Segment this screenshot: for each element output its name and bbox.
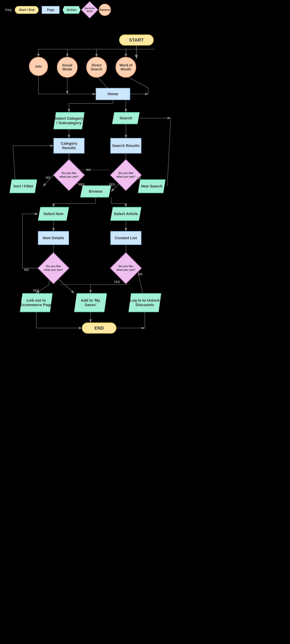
node-like-curated: Do you like what you see? (110, 252, 142, 284)
edge-label-yes-search: YES (108, 183, 115, 186)
key-item-decision: Decision Point (84, 4, 96, 16)
node-link-ecommerce: Link out to Ecommerce Page (20, 293, 52, 312)
key-item-startend: Start / End (15, 6, 38, 14)
key-shape-action: Action (62, 6, 80, 14)
node-search-results: Search Results (110, 138, 142, 154)
edge-label-yes-item: YES (33, 289, 39, 292)
key-shape-decision: Decision Point (81, 2, 98, 18)
key-shape-source: Source (99, 4, 111, 16)
node-select-article: Select Article (110, 207, 142, 221)
key-label: Key (5, 8, 12, 12)
edge-label-yes-curated: YES (114, 280, 120, 284)
edge-label-no-curated: NO (138, 272, 142, 276)
key-item-source: Source (99, 4, 111, 16)
node-item-details: Item Details (38, 231, 69, 245)
node-select-item: Select Item (38, 207, 69, 221)
node-category-results: Category Results (54, 138, 84, 154)
key-shape-page: Page (42, 6, 60, 14)
key-container: Key Start / End Page Action Decision Poi… (5, 4, 111, 16)
node-word-of-mouth: Word of Mouth (116, 57, 136, 78)
flowchart-lines (0, 21, 290, 642)
node-curated-list: Curated List (110, 231, 142, 245)
node-sort-filter: Sort / Filter (10, 179, 37, 193)
svg-line-46 (58, 280, 74, 293)
svg-line-25 (167, 118, 171, 186)
edge-label-no-item: NO (24, 268, 29, 272)
node-end: END (82, 322, 116, 334)
node-start: START (119, 34, 154, 46)
svg-line-6 (126, 76, 148, 88)
key-item-action: Action (62, 6, 80, 14)
node-login-discounts: Log in to Unlock Discounts (128, 293, 161, 312)
node-home: Home (96, 88, 130, 100)
node-ads: Ads (29, 57, 48, 76)
edge-label-no-category-cross: NO (86, 168, 91, 172)
node-add-saves: Add to 'My Saves' (74, 293, 107, 312)
key-item-page: Page (42, 6, 60, 14)
node-select-category: Select Category / Subcategory (54, 112, 84, 129)
edge-label-no-category: NO (46, 176, 50, 180)
node-social-media: Social Media (57, 57, 78, 78)
edge-label-yes-category: YES (78, 183, 85, 186)
diagram: START Ads Social Media Direct Search Wor… (0, 21, 290, 642)
node-direct-search: Direct Search (86, 57, 107, 78)
node-like-item: Do you like what you see? (38, 252, 69, 284)
node-search: Search (112, 112, 140, 124)
key-shape-startend: Start / End (15, 6, 38, 14)
edge-label-no-search: NO (136, 176, 141, 180)
node-new-search: New Search (138, 179, 166, 193)
node-browse: Browse (80, 186, 111, 198)
